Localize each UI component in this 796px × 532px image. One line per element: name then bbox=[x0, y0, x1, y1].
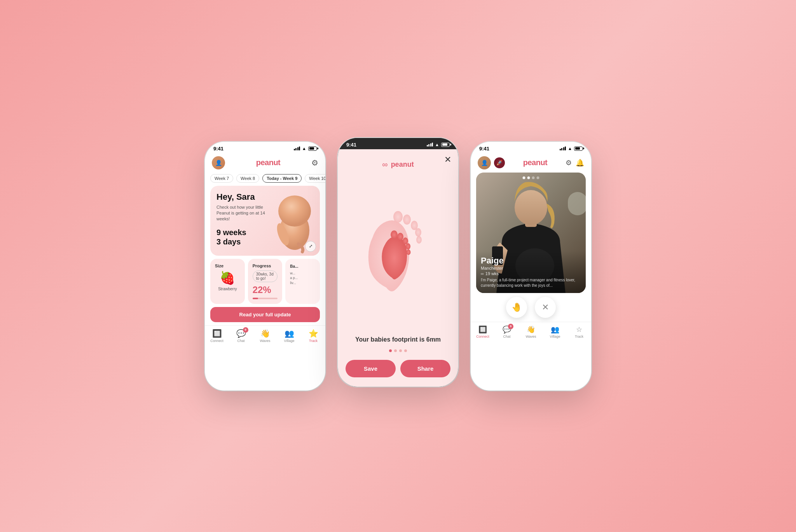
svg-point-10 bbox=[403, 237, 408, 244]
week-tab-10[interactable]: Week 10 bbox=[305, 174, 325, 183]
p3-chat-badge: 9 bbox=[508, 324, 513, 329]
ba-title: Ba... bbox=[290, 263, 315, 269]
weeks-text: 19 wks bbox=[485, 271, 499, 276]
photo-dots bbox=[523, 176, 539, 179]
svg-rect-18 bbox=[568, 192, 586, 215]
phone3-content: 👤 🚀 peanut ⚙ 🔔 bbox=[471, 153, 591, 391]
app-title-1: peanut bbox=[256, 158, 281, 167]
profile-card: Paige Manchester ∞ 19 wks I'm Paige, a f… bbox=[476, 173, 586, 293]
hero-card: Hey, Sara Check out how your little Pean… bbox=[210, 186, 320, 256]
photo-dot-1 bbox=[523, 176, 525, 179]
wifi-icon-2: ▲ bbox=[435, 142, 439, 147]
p3-track-icon: ☆ bbox=[576, 325, 582, 334]
week-tabs: Week 7 Week 8 Today - Week 9 Week 10 Wee… bbox=[205, 173, 325, 186]
chat-label-1: Chat bbox=[237, 339, 244, 343]
ba-card: Ba... w...a p...liv... bbox=[285, 259, 320, 304]
save-button-2[interactable]: Save bbox=[346, 360, 396, 377]
battery-icon-3 bbox=[574, 147, 583, 151]
avatar-1[interactable]: 👤 bbox=[212, 156, 225, 169]
svg-point-11 bbox=[406, 243, 410, 249]
battery-icon-2 bbox=[441, 143, 450, 147]
avatar-3[interactable]: 👤 bbox=[478, 156, 491, 169]
p3-connect-icon: 🔲 bbox=[478, 325, 487, 334]
filter-icon-3[interactable]: ⚙ bbox=[566, 159, 572, 167]
foot-caption: Your babies footprint is 6mm bbox=[347, 336, 449, 343]
nav-connect-1[interactable]: 🔲 Connect bbox=[205, 329, 229, 343]
nav-waves-1[interactable]: 👋 Waves bbox=[253, 329, 277, 343]
p3-nav-chat[interactable]: 💬 9 Chat bbox=[495, 325, 519, 338]
footprint-container bbox=[338, 169, 458, 336]
p3-connect-label: Connect bbox=[476, 335, 489, 338]
svg-point-12 bbox=[407, 249, 411, 255]
phone2-content: ✕ ∞ peanut bbox=[338, 149, 458, 387]
settings-icon-1[interactable]: ⚙ bbox=[311, 158, 318, 167]
p3-track-label: Track bbox=[575, 335, 583, 338]
p3-nav-connect[interactable]: 🔲 Connect bbox=[471, 325, 495, 338]
nav-chat-1[interactable]: 💬 9 Chat bbox=[229, 329, 253, 343]
svg-point-16 bbox=[515, 190, 547, 225]
signal-icon-3 bbox=[560, 147, 566, 150]
progress-percent: 22% bbox=[253, 284, 278, 295]
week-tab-9[interactable]: Today - Week 9 bbox=[262, 174, 302, 183]
action-buttons-3: 🤚 ✕ bbox=[471, 293, 591, 322]
p3-nav-village[interactable]: 👥 Village bbox=[543, 325, 567, 338]
p2-action-buttons: Save Share bbox=[338, 360, 458, 387]
footprint-svg bbox=[355, 202, 441, 303]
rocket-badge[interactable]: 🚀 bbox=[494, 157, 505, 168]
svg-point-3 bbox=[393, 211, 403, 223]
village-label-1: Village bbox=[284, 339, 295, 343]
nav-village-1[interactable]: 👥 Village bbox=[277, 329, 301, 343]
phone1-content: 👤 peanut ⚙ Week 7 Week 8 Today - Week 9 … bbox=[205, 153, 325, 391]
wave-button[interactable]: 🤚 bbox=[506, 297, 527, 318]
p3-village-icon: 👥 bbox=[551, 325, 559, 334]
wifi-icon-3: ▲ bbox=[568, 146, 572, 151]
close-button-2[interactable]: ✕ bbox=[444, 155, 451, 165]
profile-weeks: ∞ 19 wks bbox=[481, 271, 581, 276]
p3-nav-waves[interactable]: 👋 Waves bbox=[519, 325, 543, 338]
village-icon-1: 👥 bbox=[285, 329, 294, 338]
progress-bar bbox=[253, 298, 278, 299]
status-icons-3: ▲ bbox=[560, 146, 583, 151]
dismiss-button[interactable]: ✕ bbox=[535, 297, 556, 318]
info-cards: Size 🍓 Strawberry Progress 30wks, 3d to … bbox=[210, 259, 320, 304]
chat-icon-1: 💬 9 bbox=[236, 329, 246, 338]
phone-1: 9:41 ▲ 👤 peanut ⚙ bbox=[205, 142, 325, 391]
connect-label-1: Connect bbox=[210, 339, 223, 343]
dot-1 bbox=[389, 349, 392, 352]
chat-badge-1: 9 bbox=[243, 327, 248, 333]
status-icons-2: ▲ bbox=[427, 142, 450, 147]
week-tab-7[interactable]: Week 7 bbox=[210, 174, 233, 183]
phone-3: 9:41 ▲ 👤 🚀 pea bbox=[471, 142, 591, 391]
bell-icon-3[interactable]: 🔔 bbox=[576, 159, 584, 167]
status-bar-1: 9:41 ▲ bbox=[205, 142, 325, 153]
battery-icon-1 bbox=[308, 147, 317, 151]
nav-track-1[interactable]: ⭐ Track bbox=[301, 329, 325, 343]
hero-description: Check out how your little Peanut is gett… bbox=[216, 204, 267, 222]
read-update-button[interactable]: Read your full update bbox=[210, 307, 320, 322]
svg-point-9 bbox=[397, 233, 403, 241]
peanut-logo-area: ∞ peanut bbox=[382, 160, 414, 169]
track-icon-1: ⭐ bbox=[309, 329, 318, 338]
phone3-header-right: ⚙ 🔔 bbox=[566, 159, 584, 167]
svg-point-1 bbox=[278, 195, 311, 227]
profile-bio: I'm Paige, a full-time project manager a… bbox=[481, 277, 581, 288]
track-label-1: Track bbox=[309, 339, 318, 343]
progress-pill: 30wks, 3d to go! bbox=[253, 270, 278, 282]
phones-container: 9:41 ▲ 👤 peanut ⚙ bbox=[205, 142, 591, 391]
status-icons-1: ▲ bbox=[294, 146, 317, 151]
expand-button[interactable]: ⤢ bbox=[305, 241, 316, 252]
ba-text: w...a p...liv... bbox=[290, 271, 315, 286]
profile-location: Manchester bbox=[481, 266, 581, 270]
phone3-header: 👤 🚀 peanut ⚙ 🔔 bbox=[471, 153, 591, 173]
bottom-nav-3: 🔲 Connect 💬 9 Chat 👋 Waves 👥 Village bbox=[471, 322, 591, 340]
p3-nav-track[interactable]: ☆ Track bbox=[567, 325, 591, 338]
connect-icon-1: 🔲 bbox=[212, 329, 222, 338]
dot-2 bbox=[394, 349, 397, 352]
svg-point-6 bbox=[415, 228, 421, 237]
p3-waves-icon: 👋 bbox=[527, 325, 535, 334]
svg-point-4 bbox=[403, 215, 411, 225]
share-button-2[interactable]: Share bbox=[400, 360, 450, 377]
week-tab-8[interactable]: Week 8 bbox=[236, 174, 259, 183]
status-time-2: 9:41 bbox=[346, 142, 356, 148]
photo-dot-3 bbox=[532, 176, 535, 179]
